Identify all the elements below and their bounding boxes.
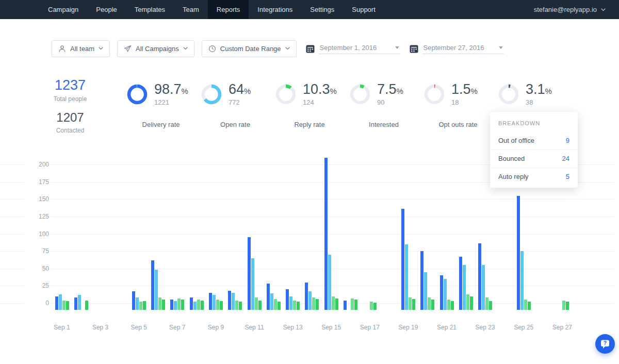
filter-bar: All team All Campaigns Custom Date Range: [52, 40, 504, 57]
bar-blue-sep-20: [420, 251, 423, 310]
stat-reply-rate: 10.3%124Reply rate: [275, 82, 348, 128]
stat-count: 38: [526, 98, 552, 106]
bar-green-sep-22: [470, 296, 473, 310]
account-menu[interactable]: stefanie@replyapp.io: [534, 0, 606, 19]
start-date-field: [306, 43, 400, 54]
x-axis-label: Sep 15: [321, 324, 341, 331]
end-date-input[interactable]: [422, 43, 494, 52]
stat-label: Open rate: [201, 121, 269, 128]
nav-item-settings[interactable]: Settings: [301, 0, 343, 19]
breakdown-row-value: 24: [562, 155, 569, 162]
bar-blue-sep-6: [151, 260, 154, 310]
bar-green-sep-13: [297, 302, 300, 310]
bar-blue-sep-19: [401, 209, 404, 310]
breakdown-title: BREAKDOWN: [490, 112, 578, 132]
person-icon: [58, 45, 66, 53]
breakdown-row-value: 9: [566, 137, 569, 144]
bar-cyan-sep-15: [328, 255, 331, 310]
triangle-down-icon: [395, 46, 399, 49]
x-axis-label: Sep 13: [283, 324, 303, 331]
sixth-rate-ring-icon: [498, 84, 519, 105]
x-axis-label: Sep 5: [131, 324, 147, 331]
team-filter-button[interactable]: All team: [52, 40, 110, 57]
calendar-icon[interactable]: [306, 44, 315, 53]
nav-item-people[interactable]: People: [87, 0, 125, 19]
triangle-down-icon: [499, 46, 503, 49]
bar-light-green-sep-21: [447, 300, 450, 310]
bar-blue-sep-9: [209, 293, 212, 310]
stat-count: 18: [451, 98, 478, 106]
calendar-icon[interactable]: [410, 44, 418, 53]
bar-green-sep-10: [239, 302, 242, 310]
total-people-value: 1237: [51, 77, 90, 93]
nav-item-campaign[interactable]: Campaign: [39, 0, 87, 19]
bar-light-green-sep-23: [485, 297, 488, 310]
bar-light-green-sep-7: [177, 299, 181, 310]
paper-plane-icon: [124, 45, 132, 53]
interested-ring-icon: [350, 84, 370, 105]
bar-light-green-sep-22: [466, 294, 469, 310]
bar-light-green-sep-9: [216, 300, 219, 310]
bar-blue-sep-2: [74, 297, 77, 310]
contacted-value: 1207: [51, 110, 90, 125]
bar-light-green-sep-13: [293, 301, 296, 310]
stat-percent: 10.3%: [303, 82, 337, 96]
bar-light-green-sep-19: [409, 297, 412, 310]
bar-light-green-sep-10: [235, 301, 238, 310]
chevron-down-icon: [285, 47, 290, 50]
bar-light-green-sep-14: [312, 297, 315, 310]
breakdown-row-label: Auto reply: [498, 173, 529, 180]
help-bubble-icon: ?: [600, 339, 610, 349]
breakdown-row-value: 5: [566, 173, 569, 180]
stat-label: Reply rate: [275, 121, 344, 128]
stat-delivery-rate: 98.7%1221Delivery rate: [127, 82, 199, 128]
gridline: [0, 234, 614, 235]
nav-item-support[interactable]: Support: [343, 0, 384, 19]
y-axis-label: 75: [24, 247, 51, 255]
bar-cyan-sep-19: [405, 244, 408, 310]
bar-light-green-sep-25: [524, 300, 527, 310]
bar-blue-sep-22: [459, 257, 462, 310]
y-axis-label: 125: [24, 212, 51, 221]
nav-item-integrations[interactable]: Integrations: [249, 0, 301, 19]
bar-light-green-sep-17: [370, 302, 373, 310]
bar-green-sep-11: [258, 301, 262, 310]
stat-open-rate: 64%772Open rate: [201, 82, 273, 128]
y-axis-label: 0: [24, 299, 51, 307]
team-filter-label: All team: [70, 45, 94, 53]
help-button[interactable]: ?: [595, 334, 615, 354]
stat-percent: 7.5%: [377, 82, 403, 96]
nav-item-team[interactable]: Team: [174, 0, 208, 19]
stat-percent: 64%: [229, 82, 251, 96]
svg-text:?: ?: [604, 340, 607, 346]
bar-cyan-sep-5: [136, 297, 139, 310]
bar-blue-sep-12: [267, 284, 270, 310]
bar-green-sep-6: [162, 300, 165, 310]
bar-cyan-sep-2: [78, 295, 81, 310]
bar-green-sep-7: [181, 300, 184, 310]
bar-green-sep-1: [66, 301, 69, 310]
nav-item-templates[interactable]: Templates: [126, 0, 174, 19]
bar-green-sep-17: [373, 303, 377, 310]
bar-blue-sep-11: [248, 237, 251, 310]
bar-light-green-sep-5: [139, 302, 142, 310]
campaigns-filter-button[interactable]: All Campaigns: [117, 40, 194, 57]
bar-green-sep-9: [220, 301, 223, 310]
y-axis-label: 50: [24, 264, 51, 273]
nav-item-reports[interactable]: Reports: [208, 0, 249, 19]
reply-rate-ring-icon: [275, 84, 296, 105]
bar-cyan-sep-25: [520, 251, 524, 310]
start-date-input[interactable]: [319, 43, 390, 52]
breakdown-row-label: Out of office: [498, 137, 534, 144]
bar-light-green-sep-11: [255, 297, 258, 310]
bar-green-sep-15: [335, 299, 338, 310]
bar-cyan-sep-10: [232, 293, 235, 310]
gridline: [0, 217, 614, 217]
bar-cyan-sep-13: [289, 296, 292, 310]
x-axis-label: Sep 3: [92, 324, 108, 331]
date-range-filter-button[interactable]: Custom Date Range: [202, 40, 297, 57]
date-range-filter-label: Custom Date Range: [220, 45, 281, 53]
bar-blue-sep-8: [190, 297, 193, 310]
bar-blue-sep-5: [132, 291, 135, 310]
stat-opt-outs-rate: 1.5%18Opt outs rate: [424, 82, 496, 128]
